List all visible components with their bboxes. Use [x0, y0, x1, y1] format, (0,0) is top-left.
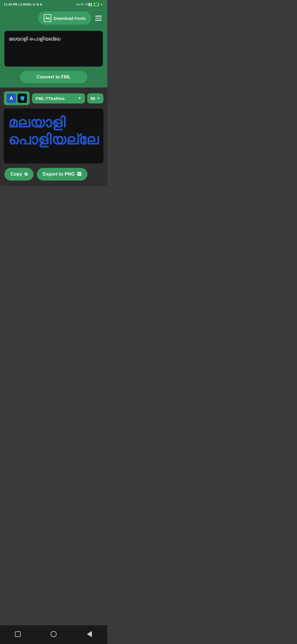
signal-icon: 4G▌▌: [85, 3, 93, 6]
download-fonts-label: Download Fonts: [54, 16, 86, 21]
font-dropdown-arrow: ▼: [78, 96, 81, 100]
convert-button[interactable]: Convert to FML: [20, 71, 87, 83]
output-section: A 🪣 FML-TTAathira ▼ 80 ▼ മലയാളിപൊളിയല്ലേ…: [0, 88, 107, 186]
input-section: മലയാളി പൊളിയല്ലേ: [0, 28, 107, 67]
menu-line-3: [95, 20, 102, 21]
top-bar: Aa Download Fonts: [0, 9, 107, 28]
text-color-icon: A: [10, 95, 13, 101]
status-time-network: 11:40 PM | 2.0KB/s ◷ ⊘ ⊘: [4, 3, 42, 6]
volte-icon: VoLTE: [76, 3, 84, 6]
convert-section: Convert to FML: [0, 67, 107, 88]
export-icon: 🖼: [77, 172, 81, 177]
fill-color-button[interactable]: 🪣: [18, 94, 27, 103]
size-selector[interactable]: 80 ▼: [87, 93, 103, 103]
fill-color-icon: 🪣: [20, 96, 25, 100]
font-selector[interactable]: FML-TTAathira ▼: [32, 93, 85, 103]
preview-text: മലയാളിപൊളിയല്ലേ: [8, 114, 99, 148]
charging-icon: ⚡: [100, 3, 103, 6]
battery-indicator: 68: [94, 3, 99, 6]
text-input-box[interactable]: മലയാളി പൊളിയല്ലേ: [4, 31, 103, 67]
status-icons: VoLTE 4G▌▌ 68 ⚡: [76, 3, 103, 6]
copy-button[interactable]: Copy ⧉: [4, 168, 34, 181]
input-text: മലയാളി പൊളിയല്ലേ: [9, 36, 60, 42]
text-color-button[interactable]: A: [7, 94, 16, 103]
export-label: Export to PNG: [43, 171, 75, 177]
export-png-button[interactable]: Export to PNG 🖼: [37, 168, 87, 181]
menu-line-2: [95, 18, 102, 19]
action-row: Copy ⧉ Export to PNG 🖼: [4, 168, 103, 181]
color-tools: A 🪣: [4, 91, 30, 105]
font-size-label: 80: [90, 96, 95, 101]
font-icon: Aa: [44, 14, 51, 22]
copy-label: Copy: [10, 171, 22, 177]
preview-box: മലയാളിപൊളിയല്ലേ: [4, 108, 103, 163]
font-name-label: FML-TTAathira: [36, 96, 65, 101]
toolbar-row: A 🪣 FML-TTAathira ▼ 80 ▼: [4, 91, 103, 105]
size-dropdown-arrow: ▼: [97, 96, 100, 100]
convert-label: Convert to FML: [37, 74, 71, 80]
download-fonts-button[interactable]: Aa Download Fonts: [38, 12, 91, 25]
menu-line-1: [95, 16, 102, 17]
menu-button[interactable]: [94, 15, 103, 22]
copy-icon: ⧉: [24, 172, 28, 177]
status-bar: 11:40 PM | 2.0KB/s ◷ ⊘ ⊘ VoLTE 4G▌▌ 68 ⚡: [0, 0, 107, 9]
